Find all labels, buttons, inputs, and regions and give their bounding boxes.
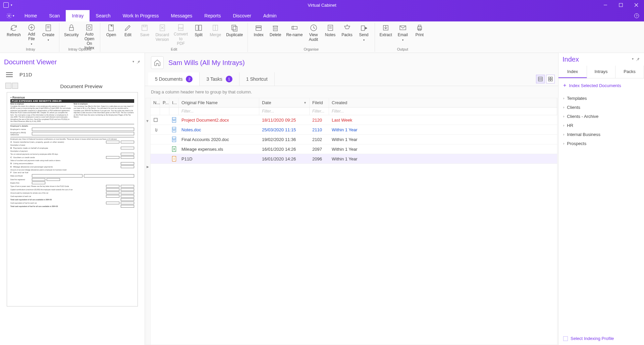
maximize-button[interactable] — [613, 0, 629, 10]
ribbon-send-button[interactable]: Send▾ — [356, 23, 372, 46]
svg-rect-36 — [292, 26, 297, 29]
ribbon-auto-open-on-index-button[interactable]: AutoOpenOnIndex — [81, 23, 97, 46]
table-row[interactable]: WProject Document2.docx18/11/2020 09:252… — [151, 115, 557, 125]
svg-rect-1 — [619, 3, 623, 7]
table-row[interactable]: WNotes.doc25/03/2020 11:152110Within 1 Y… — [151, 125, 557, 135]
panel-title: Index — [562, 56, 579, 63]
svg-point-4 — [8, 15, 10, 17]
ribbon-security-button[interactable]: Security — [62, 23, 80, 46]
index-tab-index[interactable]: Index — [558, 66, 587, 78]
menu-tab-reports[interactable]: Reports — [198, 10, 227, 21]
row-indicator-icon — [153, 127, 158, 132]
menu-tab-scan[interactable]: Scan — [43, 10, 66, 21]
select-indexing-profile[interactable]: Select Indexing Profile — [558, 332, 644, 345]
content-tab-0[interactable]: 5 Documents2 — [148, 72, 200, 86]
checkbox-icon[interactable] — [563, 336, 568, 341]
col-original-file-name[interactable]: Original File Name — [179, 98, 259, 107]
preview-tool-1[interactable] — [5, 83, 11, 89]
close-button[interactable] — [629, 0, 644, 10]
minimize-button[interactable] — [598, 0, 613, 10]
table-row[interactable]: XMileage expenses.xls16/01/2020 14:26209… — [151, 144, 557, 154]
ribbon-add-file-button[interactable]: AddFile▾ — [23, 23, 40, 46]
home-button[interactable] — [151, 56, 164, 69]
ribbon-create-button[interactable]: Create▾ — [40, 23, 56, 46]
content-tab-2[interactable]: 1 Shortcut — [239, 72, 275, 86]
col-fileid[interactable]: FileId — [310, 98, 329, 107]
col-p[interactable]: P... — [160, 98, 169, 107]
content-tab-1[interactable]: 3 Tasks1 — [200, 72, 239, 86]
hamburger-icon[interactable] — [6, 72, 13, 77]
menu-tab-messages[interactable]: Messages — [165, 10, 199, 21]
panel-dropdown-icon[interactable]: ▾ — [132, 60, 134, 65]
cell-fileid: 2102 — [310, 136, 329, 143]
table-row[interactable]: WFinal Accounts 2020.doc19/02/2020 11:36… — [151, 135, 557, 144]
index-selected-documents[interactable]: + Index Selected Documents — [558, 78, 644, 92]
cell-filename: Project Document2.docx — [179, 116, 259, 124]
settings-gear-icon[interactable]: ▾ — [2, 10, 18, 21]
menu-tab-admin[interactable]: Admin — [257, 10, 283, 21]
menu-tab-discover[interactable]: Discover — [227, 10, 257, 21]
menu-tab-home[interactable]: Home — [18, 10, 43, 21]
grid-view-toggle[interactable] — [546, 75, 555, 83]
tree-item-hr[interactable]: ›HR — [562, 121, 641, 130]
ribbon-notes-button[interactable]: Notes — [322, 23, 338, 46]
tree-item-internal-business[interactable]: ›Internal Business — [562, 130, 641, 139]
ribbon-extract-button[interactable]: Extract — [378, 23, 394, 46]
pin-icon[interactable]: 📌︎ — [636, 57, 640, 62]
ribbon-edit-button[interactable]: Edit — [120, 23, 136, 46]
help-icon[interactable]: ? — [629, 10, 644, 21]
ribbon-group-label: Intray Options — [68, 47, 91, 52]
ribbon-split-button[interactable]: Split — [191, 23, 207, 46]
ribbon-re-name-button[interactable]: Re-name — [284, 23, 305, 46]
svg-rect-53 — [538, 77, 542, 81]
menu-tab-search[interactable]: Search — [90, 10, 116, 21]
tree-item-prospects[interactable]: ›Prospects — [562, 139, 641, 148]
ribbon-packs-button[interactable]: Packs — [339, 23, 355, 46]
filter-date[interactable]: Filter... — [259, 108, 310, 115]
col-date[interactable]: Date — [259, 98, 310, 107]
panel-dropdown-icon[interactable]: ▾ — [632, 57, 634, 62]
chevron-right-icon: › — [563, 142, 564, 145]
index-tab-packs[interactable]: Packs — [615, 66, 644, 78]
row-indicator-icon — [153, 156, 157, 161]
index-tab-intrays[interactable]: Intrays — [587, 66, 615, 78]
preview-tool-2[interactable] — [12, 83, 18, 89]
menu-tab-work-in-progress[interactable]: Work In Progress — [117, 10, 165, 21]
file-type-icon: W — [172, 117, 176, 123]
print-icon — [415, 23, 424, 32]
ribbon-print-button[interactable]: Print — [412, 23, 428, 46]
filter-icon[interactable]: ▼ — [146, 119, 149, 123]
filter-fileid[interactable]: Filter... — [310, 108, 329, 115]
qat-dropdown-icon[interactable]: ▾ — [11, 3, 12, 7]
pin-icon[interactable]: 📌︎ — [136, 60, 141, 65]
filter-created[interactable]: Filter... — [329, 108, 557, 115]
ribbon-index-button[interactable]: Index — [251, 23, 267, 46]
group-by-hint[interactable]: Drag a column header here to group by th… — [145, 86, 558, 98]
col-created[interactable]: Created — [329, 98, 557, 107]
ribbon-refresh-button[interactable]: Refresh — [5, 23, 23, 46]
table-row[interactable]: IP11D16/01/2020 14:262096Within 1 Year — [151, 154, 557, 164]
discard-icon — [158, 23, 167, 32]
list-view-toggle[interactable] — [536, 75, 545, 83]
document-preview-image: ▪ Revenue P11D EXPENSES AND BENEFITS 200… — [7, 92, 138, 306]
add-icon — [27, 23, 36, 31]
ribbon-convert-to-pdf-button: PDFConverttoPDF — [172, 23, 190, 46]
col-i[interactable]: I... — [169, 98, 179, 107]
filter-name[interactable]: Filter... — [179, 108, 259, 115]
col-n[interactable]: N... — [151, 98, 160, 107]
ribbon-email-button[interactable]: Email▾ — [395, 23, 411, 46]
tree-item-templates[interactable]: ›Templates — [562, 94, 641, 103]
cell-created: Within 1 Year — [329, 155, 557, 163]
ribbon-open-button[interactable]: Open — [103, 23, 119, 46]
menu-tab-intray[interactable]: Intray — [66, 10, 90, 21]
menu-bar: ▾ HomeScanIntraySearchWork In ProgressMe… — [0, 10, 644, 21]
tree-item-clients---archive[interactable]: ›Clients - Archive — [562, 112, 641, 121]
ribbon-duplicate-button[interactable]: Duplicate — [224, 23, 245, 46]
panel-title: Document Viewer — [4, 58, 57, 66]
ribbon-view-audit-button[interactable]: ViewAudit — [306, 23, 322, 46]
tree-item-clients[interactable]: ›Clients — [562, 103, 641, 112]
ribbon-delete-button[interactable]: Delete — [267, 23, 283, 46]
expand-arrow-icon[interactable]: ▶ — [147, 165, 149, 168]
ribbon-group-label: Intray — [26, 47, 35, 52]
autoopen-icon — [85, 23, 94, 31]
